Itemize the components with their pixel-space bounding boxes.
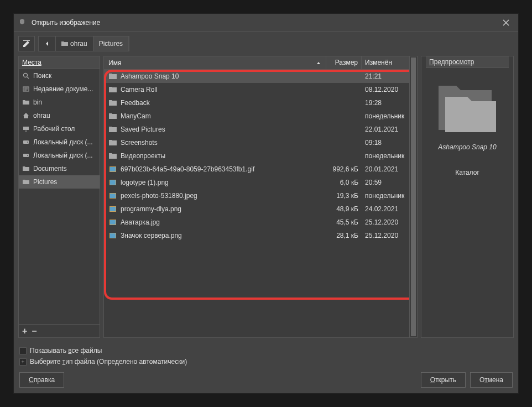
folder-icon — [108, 113, 117, 119]
file-name: Saved Pictures — [121, 126, 326, 133]
filetype-label: Выберите тип файла (Определено автоматич… — [30, 358, 187, 366]
cancel-button[interactable]: Отмена — [470, 372, 513, 388]
file-modified: 21:21 — [362, 72, 417, 80]
file-row[interactable]: 697b023b-64a5-49a0-8059-27b963453fb1.gif… — [104, 163, 417, 176]
open-button[interactable]: Открыть — [421, 372, 466, 388]
svg-rect-2 — [23, 127, 29, 130]
toolbar: ohrau Pictures — [14, 32, 518, 56]
file-modified: 24.02.2021 — [362, 205, 417, 213]
path-box: ohrau Pictures — [38, 36, 129, 51]
add-bookmark-button[interactable]: + — [22, 326, 27, 336]
place-item[interactable]: Pictures — [19, 175, 100, 189]
place-item[interactable]: ohrau — [19, 109, 100, 122]
place-item[interactable]: Локальный диск (... — [19, 135, 100, 149]
place-item[interactable]: Недавние докуме... — [19, 82, 100, 96]
file-modified: 19:28 — [362, 99, 417, 107]
folder-row[interactable]: Feedback19:28 — [104, 96, 417, 109]
file-modified: 25.12.2020 — [362, 218, 417, 226]
file-size: 28,1 кБ — [326, 232, 362, 239]
place-item[interactable]: Локальный диск (... — [19, 149, 100, 162]
filetype-expander[interactable]: + Выберите тип файла (Определено автомат… — [19, 358, 513, 366]
file-modified: 09:18 — [362, 139, 417, 147]
chevron-left-icon — [44, 41, 50, 46]
place-label: Локальный диск (... — [33, 152, 93, 159]
file-name: ManyCam — [121, 112, 326, 120]
folder-icon — [22, 100, 30, 105]
col-name-header[interactable]: Имя — [104, 56, 326, 69]
file-modified: 25.12.2020 — [362, 232, 417, 239]
file-size: 45,5 кБ — [326, 218, 362, 226]
folder-icon — [108, 86, 117, 93]
image-icon — [108, 219, 117, 226]
scrollbar[interactable] — [409, 56, 417, 337]
folder-icon — [61, 41, 68, 46]
path-label: ohrau — [70, 40, 87, 48]
path-back-button[interactable] — [39, 36, 56, 51]
svg-rect-14 — [110, 207, 116, 211]
file-size: 48,9 кБ — [326, 205, 362, 213]
open-image-dialog: Открыть изображение ohrau Pictures Места — [13, 13, 519, 394]
folder-icon — [108, 139, 117, 146]
folder-row[interactable]: Saved Pictures22.01.2021 — [104, 123, 417, 136]
svg-point-4 — [27, 142, 28, 143]
place-label: Pictures — [33, 178, 57, 186]
place-item[interactable]: Поиск — [19, 69, 100, 82]
place-label: Рабочий стол — [33, 125, 75, 133]
bottom-options: Показывать все файлы + Выберите тип файл… — [14, 342, 518, 367]
place-item[interactable]: Рабочий стол — [19, 122, 100, 135]
places-header[interactable]: Места — [19, 56, 100, 69]
file-row[interactable]: programmy-dlya.png48,9 кБ24.02.2021 — [104, 202, 417, 216]
show-all-files-checkbox[interactable]: Показывать все файлы — [19, 347, 513, 354]
svg-point-0 — [24, 74, 28, 77]
image-icon — [108, 206, 117, 212]
svg-rect-12 — [110, 194, 116, 198]
path-label: Pictures — [99, 40, 123, 48]
preview-type: Каталог — [455, 169, 479, 176]
place-label: Недавние докуме... — [33, 85, 93, 93]
path-seg-pictures[interactable]: Pictures — [93, 36, 129, 51]
file-name: pexels-photo-531880.jpeg — [121, 192, 326, 200]
file-row[interactable]: Аватарка.jpg45,5 кБ25.12.2020 — [104, 216, 417, 229]
place-item[interactable]: bin — [19, 96, 100, 109]
close-button[interactable] — [498, 15, 514, 30]
file-row[interactable]: Значок сервера.png28,1 кБ25.12.2020 — [104, 229, 417, 242]
file-row[interactable]: pexels-photo-531880.jpeg19,3 кБпонедельн… — [104, 189, 417, 202]
col-name-label: Имя — [108, 59, 121, 67]
file-modified: 08.12.2020 — [362, 86, 417, 93]
app-icon — [18, 18, 28, 28]
scrollbar-thumb[interactable] — [411, 58, 416, 336]
disk-icon — [22, 152, 30, 159]
svg-rect-8 — [110, 167, 116, 171]
folder-icon — [22, 166, 30, 171]
dialog-title: Открыть изображение — [32, 19, 498, 27]
col-modified-header[interactable]: Изменён — [362, 56, 417, 69]
file-header: Имя Размер Изменён — [104, 56, 417, 70]
file-name: logotype (1).png — [121, 179, 326, 186]
folder-row[interactable]: Camera Roll08.12.2020 — [104, 83, 417, 96]
preview-header-label: Предпросмотр — [429, 58, 474, 66]
file-row[interactable]: logotype (1).png6,0 кБ20:59 — [104, 176, 417, 189]
col-size-header[interactable]: Размер — [326, 56, 362, 69]
file-name: Camera Roll — [121, 86, 326, 93]
help-button[interactable]: Справка — [19, 372, 64, 388]
file-name: Screenshots — [121, 139, 326, 147]
home-icon — [22, 112, 30, 119]
folder-row[interactable]: Screenshots09:18 — [104, 136, 417, 149]
path-seg-ohrau[interactable]: ohrau — [56, 36, 93, 51]
button-bar: Справка Открыть Отмена — [14, 367, 518, 393]
folder-row[interactable]: Ashampoo Snap 1021:21 — [104, 70, 417, 83]
desktop-icon — [22, 126, 30, 132]
body-area: Места ПоискНедавние докуме...binohrauРаб… — [14, 56, 518, 342]
folder-icon — [108, 126, 117, 133]
pencil-icon — [22, 39, 31, 48]
image-icon — [108, 192, 117, 199]
file-size: 19,3 кБ — [326, 192, 362, 200]
folder-row[interactable]: Видеопроектыпонедельник — [104, 149, 417, 163]
edit-path-button[interactable] — [18, 36, 35, 51]
file-name: Значок сервера.png — [121, 232, 326, 239]
folder-row[interactable]: ManyCamпонедельник — [104, 109, 417, 123]
remove-bookmark-button[interactable]: − — [32, 326, 36, 336]
place-item[interactable]: Documents — [19, 162, 100, 175]
preview-name: Ashampoo Snap 10 — [438, 143, 496, 151]
file-modified: понедельник — [362, 112, 417, 120]
